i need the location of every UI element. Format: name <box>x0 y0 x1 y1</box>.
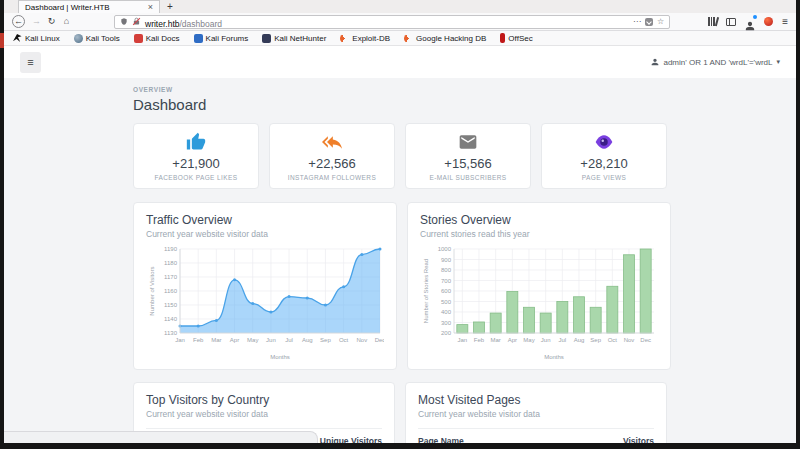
chart-subtitle: Current stories read this year <box>420 229 658 239</box>
library-icon[interactable] <box>708 17 717 26</box>
bookmark-google-hacking-db[interactable]: Google Hacking DB <box>404 34 486 43</box>
svg-text:Feb: Feb <box>474 337 485 343</box>
svg-text:Nov: Nov <box>356 337 367 343</box>
bookmark-kali-forums[interactable]: Kali Forums <box>194 34 249 43</box>
thumbs-up-icon <box>185 132 207 152</box>
account-badge <box>753 15 757 19</box>
svg-text:1000: 1000 <box>438 246 452 252</box>
svg-text:Apr: Apr <box>230 337 239 343</box>
bookmark-kali-docs[interactable]: Kali Docs <box>134 34 180 43</box>
stat-card-pageviews: +28,210 PAGE VIEWS <box>541 123 667 189</box>
envelope-icon <box>457 132 479 152</box>
table-title: Top Visitors by Country <box>146 393 382 407</box>
page-viewport: ≡ admin' OR 1 AND 'wrdL'='wrdL ▾ OVERVIE… <box>4 46 796 443</box>
bookmark-kali-nethunter[interactable]: Kali NetHunter <box>262 34 326 43</box>
chart-subtitle: Current year website visitor data <box>146 229 384 239</box>
new-tab-button[interactable]: + <box>160 0 180 13</box>
table-subtitle: Current year website visitor data <box>146 409 382 419</box>
eye-icon <box>593 132 615 152</box>
svg-text:Sep: Sep <box>320 337 331 343</box>
sidebar-toggle-button[interactable]: ≡ <box>20 52 41 73</box>
svg-text:Number of Visitors: Number of Visitors <box>149 266 155 315</box>
bookmark-exploit-db[interactable]: Exploit-DB <box>340 34 390 43</box>
stat-label: PAGE VIEWS <box>582 174 626 181</box>
svg-text:1170: 1170 <box>164 274 178 280</box>
svg-text:1160: 1160 <box>164 288 178 294</box>
browser-toolbar: ← → ↻ ⌂ writer.htb/dashboard ⋯ ☆ <box>4 13 796 31</box>
page-actions-icon[interactable]: ⋯ <box>633 17 641 26</box>
stat-label: FACEBOOK PAGE LIKES <box>155 174 238 181</box>
kali-nethunter-icon <box>262 34 271 43</box>
proxy-extension-icon[interactable] <box>764 17 773 26</box>
most-visited-card: Most Visited Pages Current year website … <box>405 382 667 443</box>
app-menu-icon[interactable]: ≡ <box>782 16 788 27</box>
page-title: Dashboard <box>133 96 667 113</box>
url-host: writer.htb <box>145 19 180 29</box>
svg-text:200: 200 <box>441 330 452 336</box>
home-button[interactable]: ⌂ <box>59 14 74 29</box>
tab-title: Dashboard | Writer.HTB <box>25 3 142 12</box>
bookmark-star-icon[interactable]: ☆ <box>657 17 664 26</box>
user-menu[interactable]: admin' OR 1 AND 'wrdL'='wrdL ▾ <box>651 58 780 67</box>
insecure-lock-icon[interactable] <box>132 17 141 26</box>
svg-text:600: 600 <box>441 288 452 294</box>
sidebar-toggle-icon[interactable] <box>726 18 736 26</box>
stat-value: +22,566 <box>308 156 355 171</box>
bookmark-kali-tools[interactable]: Kali Tools <box>74 34 120 43</box>
app-navbar: ≡ admin' OR 1 AND 'wrdL'='wrdL ▾ <box>4 46 796 78</box>
traffic-overview-card: Traffic Overview Current year website vi… <box>133 202 397 370</box>
stories-bar-chart: 2003004005006007008009001000JanFebMarApr… <box>420 243 658 361</box>
bookmark-offsec[interactable]: OffSec <box>500 33 532 43</box>
table-title: Most Visited Pages <box>418 393 654 407</box>
svg-text:Sep: Sep <box>590 337 601 343</box>
table-header: Page Name Visitors <box>418 428 654 443</box>
dashboard-content: OVERVIEW Dashboard +21,900 FACEBOOK PAGE… <box>133 86 667 443</box>
browser-window: Dashboard | Writer.HTB × + ← → ↻ ⌂ write… <box>4 0 796 443</box>
traffic-line-chart: 1130114011501160117011801190JanFebMarApr… <box>146 243 384 361</box>
svg-text:800: 800 <box>441 267 452 273</box>
svg-text:Dec: Dec <box>640 337 651 343</box>
svg-text:Nov: Nov <box>624 337 635 343</box>
url-bar[interactable]: writer.htb/dashboard ⋯ ☆ <box>114 15 670 29</box>
bookmark-kali-linux[interactable]: Kali Linux <box>13 34 60 43</box>
svg-text:Months: Months <box>544 354 564 360</box>
bookmarks-bar: Kali Linux Kali Tools Kali Docs Kali For… <box>4 31 796 46</box>
offsec-icon <box>500 33 505 43</box>
svg-text:Number of Stories Read: Number of Stories Read <box>423 259 429 323</box>
svg-text:700: 700 <box>441 278 452 284</box>
url-path: /dashboard <box>180 19 223 29</box>
svg-text:May: May <box>247 337 258 343</box>
reload-button[interactable]: ↻ <box>44 14 59 29</box>
account-icon[interactable] <box>745 17 755 27</box>
svg-text:Oct: Oct <box>608 337 618 343</box>
svg-text:1130: 1130 <box>164 330 178 336</box>
back-button[interactable]: ← <box>12 15 25 28</box>
stat-value: +21,900 <box>172 156 219 171</box>
svg-text:1180: 1180 <box>164 260 178 266</box>
forward-button[interactable]: → <box>29 14 44 29</box>
kali-tools-icon <box>74 34 83 43</box>
svg-text:Jun: Jun <box>541 337 551 343</box>
user-icon <box>651 58 659 66</box>
pocket-save-icon[interactable] <box>645 18 653 26</box>
tab-close-icon[interactable]: × <box>148 2 153 12</box>
svg-text:Mar: Mar <box>211 337 221 343</box>
chart-title: Stories Overview <box>420 213 658 227</box>
exploit-db-icon <box>340 34 349 43</box>
svg-text:Aug: Aug <box>574 337 585 343</box>
tracking-shield-icon[interactable] <box>120 17 128 26</box>
svg-text:Jul: Jul <box>285 337 293 343</box>
svg-text:300: 300 <box>441 320 452 326</box>
svg-text:1150: 1150 <box>164 302 178 308</box>
stat-card-instagram: +22,566 INSTAGRAM FOLLOWERS <box>269 123 395 189</box>
browser-tab[interactable]: Dashboard | Writer.HTB × <box>18 0 160 13</box>
svg-text:400: 400 <box>441 309 452 315</box>
stat-value: +15,566 <box>444 156 491 171</box>
desktop-background: Dashboard | Writer.HTB × + ← → ↻ ⌂ write… <box>0 0 800 449</box>
svg-text:1140: 1140 <box>164 316 178 322</box>
chevron-down-icon: ▾ <box>776 58 780 66</box>
svg-text:Months: Months <box>270 354 290 360</box>
browser-titlebar: Dashboard | Writer.HTB × + <box>4 0 796 13</box>
kali-docs-icon <box>134 34 143 43</box>
reply-all-icon <box>321 132 343 152</box>
